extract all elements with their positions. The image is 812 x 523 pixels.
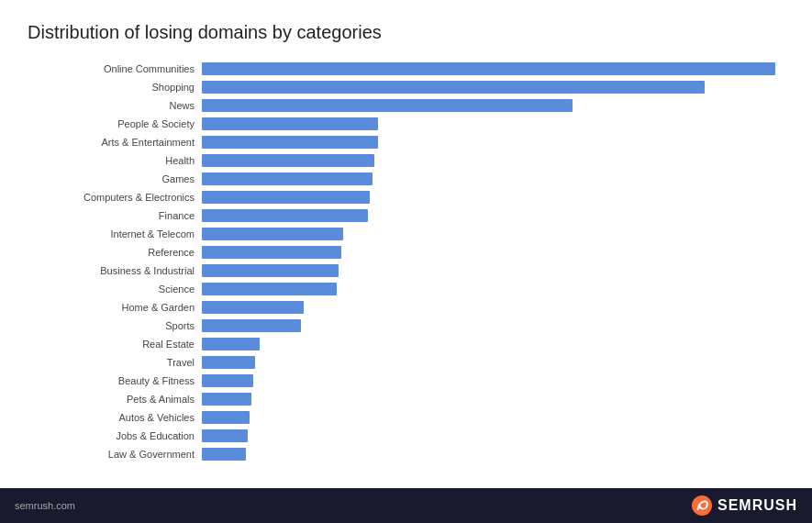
bar-row: Health <box>28 151 784 169</box>
bar-fill <box>202 283 337 295</box>
bar-row: News <box>28 96 784 114</box>
bar-track <box>202 338 784 351</box>
bar-label: Internet & Telecom <box>28 228 202 239</box>
bar-label: Business & Industrial <box>28 265 202 276</box>
bar-label: Arts & Entertainment <box>28 137 202 148</box>
bar-fill <box>202 81 705 94</box>
bar-track <box>202 411 784 424</box>
bar-row: Sports <box>28 317 784 334</box>
bar-track <box>202 356 784 369</box>
bar-fill <box>202 356 255 369</box>
bar-fill <box>202 374 253 387</box>
bar-fill <box>202 154 374 167</box>
bar-label: Jobs & Education <box>28 430 202 441</box>
bar-row: Internet & Telecom <box>28 225 784 242</box>
bar-row: Shopping <box>28 78 784 95</box>
bar-fill <box>202 136 378 149</box>
bar-track <box>202 99 784 112</box>
bar-label: Games <box>28 173 202 184</box>
chart-area: Online CommunitiesShoppingNewsPeople & S… <box>28 60 784 463</box>
bar-track <box>202 172 784 185</box>
bar-label: Computers & Electronics <box>28 192 202 203</box>
bar-row: Beauty & Fitness <box>28 372 784 389</box>
bar-label: Home & Garden <box>28 302 202 313</box>
bar-fill <box>202 319 301 332</box>
bar-row: Computers & Electronics <box>28 188 784 206</box>
bar-label: Travel <box>28 357 202 368</box>
bar-fill <box>202 448 246 461</box>
bar-fill <box>202 301 304 314</box>
bar-label: Beauty & Fitness <box>28 375 202 386</box>
bar-track <box>202 246 784 259</box>
bar-track <box>202 264 784 277</box>
bar-label: Science <box>28 284 202 295</box>
bar-row: Travel <box>28 353 784 371</box>
bar-track <box>202 209 784 222</box>
bar-label: Pets & Animals <box>28 394 202 405</box>
bar-row: Finance <box>28 206 784 224</box>
bar-row: Real Estate <box>28 335 784 352</box>
bar-track <box>202 154 784 167</box>
bar-label: Law & Government <box>28 449 202 460</box>
bar-row: Science <box>28 280 784 297</box>
bar-track <box>202 301 784 314</box>
bar-fill <box>202 117 378 130</box>
bar-label: Finance <box>28 210 202 221</box>
bar-track <box>202 374 784 387</box>
bar-track <box>202 191 784 204</box>
bar-label: Autos & Vehicles <box>28 412 202 423</box>
bar-row: Business & Industrial <box>28 262 784 279</box>
bar-fill <box>202 429 248 442</box>
bar-label: News <box>28 100 202 111</box>
bar-track <box>202 283 784 295</box>
bar-row: Jobs & Education <box>28 427 784 444</box>
bar-label: People & Society <box>28 118 202 129</box>
bar-track <box>202 448 784 461</box>
bar-fill <box>202 411 250 424</box>
bar-row: Arts & Entertainment <box>28 133 784 150</box>
bar-track <box>202 429 784 442</box>
bar-track <box>202 81 784 94</box>
bar-track <box>202 319 784 332</box>
bar-fill <box>202 264 339 277</box>
bar-label: Shopping <box>28 82 202 93</box>
bar-row: Law & Government <box>28 445 784 462</box>
bar-label: Online Communities <box>28 63 202 74</box>
bar-row: Autos & Vehicles <box>28 408 784 426</box>
bar-row: Reference <box>28 243 784 261</box>
bar-fill <box>202 338 260 351</box>
bar-fill <box>202 209 368 222</box>
semrush-brand: SEMRUSH <box>717 497 797 514</box>
bar-fill <box>202 99 573 112</box>
bar-row: Online Communities <box>28 60 784 77</box>
svg-point-0 <box>692 495 712 516</box>
bar-row: People & Society <box>28 115 784 132</box>
bar-fill <box>202 191 370 204</box>
semrush-logo: SEMRUSH <box>692 495 797 516</box>
footer-url: semrush.com <box>15 500 75 511</box>
bar-label: Health <box>28 155 202 166</box>
semrush-icon <box>692 495 712 516</box>
bar-label: Real Estate <box>28 339 202 350</box>
footer: semrush.com SEMRUSH <box>0 488 812 523</box>
bar-fill <box>202 172 373 185</box>
bar-fill <box>202 228 343 240</box>
main-content: Distribution of losing domains by catego… <box>0 0 812 488</box>
chart-title: Distribution of losing domains by catego… <box>28 22 784 43</box>
bar-fill <box>202 246 341 259</box>
bar-row: Games <box>28 170 784 187</box>
bar-track <box>202 136 784 149</box>
bar-row: Pets & Animals <box>28 390 784 407</box>
bar-track <box>202 62 784 75</box>
bar-label: Reference <box>28 247 202 258</box>
bar-track <box>202 228 784 240</box>
bar-track <box>202 117 784 130</box>
bar-track <box>202 393 784 406</box>
bar-fill <box>202 62 775 75</box>
bar-label: Sports <box>28 320 202 331</box>
bar-fill <box>202 393 251 406</box>
bar-row: Home & Garden <box>28 298 784 316</box>
